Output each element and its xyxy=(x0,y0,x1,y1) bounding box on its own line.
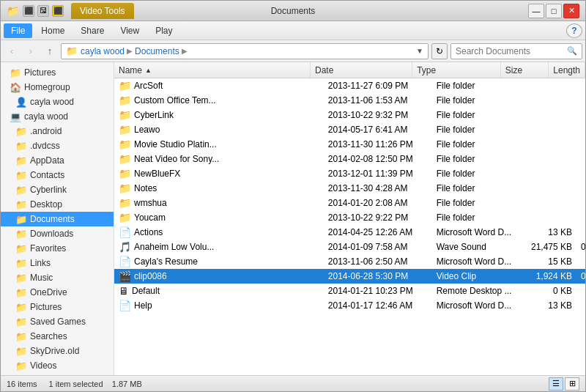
sidebar-item-dvdcss[interactable]: 📁 .dvdcss xyxy=(1,138,114,153)
sidebar-item-label: Favorites xyxy=(30,243,66,254)
table-row[interactable]: 🎵 Anaheim Low Volu... 2014-01-09 7:58 AM… xyxy=(114,240,585,254)
menu-play[interactable]: Play xyxy=(148,23,179,38)
file-name-cell: 📁 Custom Office Tem... xyxy=(114,93,324,107)
file-length-cell: 00:00:00 xyxy=(576,269,585,283)
file-list: 📁 ArcSoft 2013-11-27 6:09 PM File folder… xyxy=(114,78,585,375)
search-box[interactable]: 🔍 xyxy=(450,43,582,59)
search-input[interactable] xyxy=(456,46,567,56)
up-button[interactable]: ↑ xyxy=(42,43,58,59)
minimize-button[interactable]: — xyxy=(528,4,544,18)
file-size-cell xyxy=(526,210,576,224)
table-row[interactable]: 📁 Neat Video for Sony... 2014-02-08 12:5… xyxy=(114,152,585,166)
sidebar-item-desktop[interactable]: 📁 Desktop xyxy=(1,197,114,212)
table-row[interactable]: 📄 Actions 2014-04-25 12:26 AM Microsoft … xyxy=(114,225,585,240)
file-size-cell: 13 KB xyxy=(526,298,576,312)
menu-view[interactable]: View xyxy=(113,23,146,38)
table-row[interactable]: 📁 Movie Studio Platin... 2013-11-30 11:2… xyxy=(114,137,585,152)
forward-button[interactable]: › xyxy=(23,43,39,59)
table-row[interactable]: 📁 CyberLink 2013-10-22 9:32 PM File fold… xyxy=(114,108,585,122)
file-length-cell: 00:02:04 xyxy=(576,240,585,254)
sidebar-item-videos[interactable]: 📁 Videos xyxy=(1,358,114,373)
column-headers: Name ▲ Date Type Size Length xyxy=(114,62,585,78)
table-row[interactable]: 📁 Youcam 2013-10-22 9:22 PM File folder xyxy=(114,210,585,225)
col-header-size[interactable]: Size xyxy=(501,62,549,78)
quick-access-icon2[interactable]: 🖫 xyxy=(37,5,49,17)
col-header-date[interactable]: Date xyxy=(311,62,412,78)
menu-file[interactable]: File xyxy=(4,23,32,38)
table-row[interactable]: 📄 Cayla's Resume 2013-11-06 2:50 AM Micr… xyxy=(114,254,585,269)
sidebar-folder-icon: 📁 xyxy=(15,287,27,298)
file-size-cell: 0 KB xyxy=(526,284,576,297)
breadcrumb-current[interactable]: Documents xyxy=(135,46,179,56)
file-name: Help xyxy=(134,300,152,311)
col-header-name[interactable]: Name ▲ xyxy=(114,62,311,78)
table-row[interactable]: 🖥 Default 2014-01-21 10:23 PM Remote Des… xyxy=(114,284,585,298)
breadcrumb-root[interactable]: cayla wood xyxy=(81,46,125,56)
sidebar-item-cyberlink[interactable]: 📁 Cyberlink xyxy=(1,182,114,197)
table-row[interactable]: 📁 NewBlueFX 2013-12-01 11:39 PM File fol… xyxy=(114,166,585,181)
file-area: Name ▲ Date Type Size Length 📁 xyxy=(114,62,585,375)
sidebar-item-music[interactable]: 📁 Music xyxy=(1,270,114,285)
quick-access-icon3[interactable]: ⬛ xyxy=(52,5,64,17)
sidebar-item-downloads[interactable]: 📁 Downloads xyxy=(1,226,114,241)
table-row[interactable]: 📁 wmshua 2014-01-20 2:08 AM File folder xyxy=(114,196,585,210)
sidebar-item-searches[interactable]: 📁 Searches xyxy=(1,329,114,344)
col-header-type[interactable]: Type xyxy=(412,62,501,78)
table-row[interactable]: 🎬 clip0086 2014-06-28 5:30 PM Video Clip… xyxy=(114,269,585,284)
sidebar-item-cayla-wood-computer[interactable]: 💻 cayla wood xyxy=(1,109,114,124)
sidebar-folder-icon: 📁 xyxy=(15,346,27,357)
sidebar-item-contacts[interactable]: 📁 Contacts xyxy=(1,168,114,182)
table-row[interactable]: 📄 Help 2014-01-17 12:46 AM Microsoft Wor… xyxy=(114,298,585,313)
file-name: CyberLink xyxy=(134,110,174,120)
sidebar-item-pictures-top[interactable]: 📁 Pictures xyxy=(1,65,114,80)
table-row[interactable]: 📁 Leawo 2014-05-17 6:41 AM File folder xyxy=(114,122,585,137)
file-name: NewBlueFX xyxy=(134,169,180,179)
col-name-label: Name xyxy=(119,65,142,75)
sidebar-item-links[interactable]: 📁 Links xyxy=(1,256,114,270)
file-name: clip0086 xyxy=(134,271,167,281)
file-length-cell xyxy=(576,78,585,92)
maximize-button[interactable]: □ xyxy=(546,4,562,18)
menu-home[interactable]: Home xyxy=(34,23,72,38)
file-icon: 📁 xyxy=(119,138,131,150)
back-button[interactable]: ‹ xyxy=(4,43,20,59)
breadcrumb-separator2: ▶ xyxy=(182,47,188,55)
file-name: wmshua xyxy=(134,198,167,208)
sidebar-item-appdata[interactable]: 📁 AppData xyxy=(1,153,114,168)
large-icons-view-button[interactable]: ⊞ xyxy=(565,377,579,391)
file-size-cell xyxy=(526,166,576,180)
sidebar-item-homegroup[interactable]: 🏠 Homegroup xyxy=(1,80,114,95)
col-header-length[interactable]: Length xyxy=(549,62,585,78)
table-row[interactable]: 📁 Notes 2013-11-30 4:28 AM File folder xyxy=(114,181,585,196)
sidebar-item-cayla-wood-user[interactable]: 👤 cayla wood xyxy=(1,95,114,109)
sidebar-item-favorites[interactable]: 📁 Favorites xyxy=(1,241,114,256)
help-button[interactable]: ? xyxy=(566,23,582,38)
menu-share[interactable]: Share xyxy=(73,23,111,38)
file-size-cell xyxy=(526,78,576,92)
sidebar-folder-icon: 📁 xyxy=(10,67,21,78)
sidebar-item-saved-games[interactable]: 📁 Saved Games xyxy=(1,314,114,329)
file-date-cell: 2014-04-25 12:26 AM xyxy=(324,225,432,239)
table-row[interactable]: 📁 Custom Office Tem... 2013-11-06 1:53 A… xyxy=(114,93,585,108)
breadcrumb-dropdown[interactable]: ▼ xyxy=(416,47,423,55)
table-row[interactable]: 📁 ArcSoft 2013-11-27 6:09 PM File folder xyxy=(114,78,585,93)
sidebar-item-label: .dvdcss xyxy=(30,141,60,151)
sidebar-item-documents[interactable]: 📁 Documents xyxy=(1,212,114,226)
file-size-cell xyxy=(526,122,576,136)
file-date-cell: 2014-01-09 7:58 AM xyxy=(324,240,432,254)
details-view-button[interactable]: ☰ xyxy=(549,377,563,391)
file-icon: 📄 xyxy=(119,300,131,311)
file-icon: 📁 xyxy=(119,80,131,92)
sidebar-item-skydrive[interactable]: 📁 SkyDrive.old xyxy=(1,344,114,358)
sidebar-item-pictures[interactable]: 📁 Pictures xyxy=(1,300,114,314)
file-name: Notes xyxy=(134,183,157,193)
sidebar-item-android[interactable]: 📁 .android xyxy=(1,124,114,138)
sidebar-item-onedrive[interactable]: 📁 OneDrive xyxy=(1,285,114,300)
file-size-cell: 15 KB xyxy=(526,254,576,268)
file-type-cell: File folder xyxy=(432,152,526,166)
breadcrumb[interactable]: 📁 cayla wood ▶ Documents ▶ ▼ xyxy=(61,43,429,59)
refresh-button[interactable]: ↻ xyxy=(431,43,448,59)
quick-access-icon[interactable]: ⬛ xyxy=(23,5,34,17)
file-name-cell: 📁 Notes xyxy=(114,181,324,195)
close-button[interactable]: ✕ xyxy=(563,4,579,18)
